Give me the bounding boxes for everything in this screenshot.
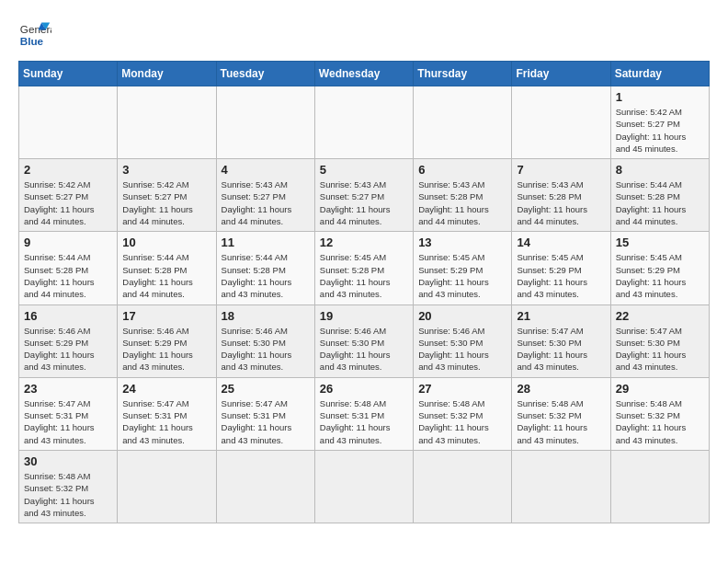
calendar-cell: 29Sunrise: 5:48 AM Sunset: 5:32 PM Dayli…: [610, 377, 709, 450]
weekday-header-row: SundayMondayTuesdayWednesdayThursdayFrid…: [19, 62, 710, 86]
day-number: 15: [616, 236, 704, 249]
day-number: 10: [122, 236, 210, 249]
week-row-2: 2Sunrise: 5:42 AM Sunset: 5:27 PM Daylig…: [19, 159, 710, 232]
calendar-cell: 22Sunrise: 5:47 AM Sunset: 5:30 PM Dayli…: [610, 304, 709, 377]
day-number: 24: [122, 382, 210, 396]
day-info: Sunrise: 5:44 AM Sunset: 5:28 PM Dayligh…: [222, 251, 310, 300]
day-info: Sunrise: 5:48 AM Sunset: 5:31 PM Dayligh…: [320, 397, 408, 446]
day-number: 12: [320, 236, 408, 249]
day-info: Sunrise: 5:43 AM Sunset: 5:28 PM Dayligh…: [418, 178, 506, 227]
day-number: 19: [320, 309, 408, 323]
week-row-6: 30Sunrise: 5:48 AM Sunset: 5:32 PM Dayli…: [19, 450, 710, 523]
weekday-header-thursday: Thursday: [414, 62, 512, 86]
calendar-cell: [216, 450, 314, 523]
logo: General Blue: [18, 18, 51, 52]
calendar-cell: 26Sunrise: 5:48 AM Sunset: 5:31 PM Dayli…: [314, 377, 413, 450]
day-info: Sunrise: 5:46 AM Sunset: 5:30 PM Dayligh…: [320, 325, 408, 373]
calendar-cell: 25Sunrise: 5:47 AM Sunset: 5:31 PM Dayli…: [216, 377, 314, 450]
calendar-cell: [314, 450, 413, 523]
day-info: Sunrise: 5:48 AM Sunset: 5:32 PM Dayligh…: [616, 397, 704, 446]
day-info: Sunrise: 5:47 AM Sunset: 5:31 PM Dayligh…: [122, 397, 210, 446]
calendar-cell: 21Sunrise: 5:47 AM Sunset: 5:30 PM Dayli…: [512, 304, 610, 377]
calendar-cell: 18Sunrise: 5:46 AM Sunset: 5:30 PM Dayli…: [216, 304, 314, 377]
calendar-cell: 7Sunrise: 5:43 AM Sunset: 5:28 PM Daylig…: [512, 159, 610, 232]
calendar-cell: [414, 86, 512, 159]
day-number: 21: [517, 309, 605, 323]
week-row-3: 9Sunrise: 5:44 AM Sunset: 5:28 PM Daylig…: [19, 232, 710, 304]
day-info: Sunrise: 5:46 AM Sunset: 5:30 PM Dayligh…: [222, 325, 310, 373]
calendar-cell: [512, 86, 610, 159]
day-number: 20: [418, 309, 506, 323]
day-number: 8: [616, 163, 704, 177]
day-number: 3: [122, 163, 210, 177]
day-number: 23: [24, 382, 112, 396]
day-number: 17: [122, 309, 210, 323]
day-number: 1: [616, 90, 704, 104]
day-info: Sunrise: 5:47 AM Sunset: 5:30 PM Dayligh…: [517, 325, 605, 373]
calendar-cell: 4Sunrise: 5:43 AM Sunset: 5:27 PM Daylig…: [216, 159, 314, 232]
day-number: 14: [517, 236, 605, 249]
calendar-cell: 23Sunrise: 5:47 AM Sunset: 5:31 PM Dayli…: [19, 377, 118, 450]
calendar-cell: 14Sunrise: 5:45 AM Sunset: 5:29 PM Dayli…: [512, 232, 610, 304]
day-number: 2: [24, 163, 112, 177]
logo-icon: General Blue: [18, 18, 51, 52]
week-row-1: 1Sunrise: 5:42 AM Sunset: 5:27 PM Daylig…: [19, 86, 710, 159]
calendar-cell: [610, 450, 709, 523]
calendar-cell: 6Sunrise: 5:43 AM Sunset: 5:28 PM Daylig…: [414, 159, 512, 232]
day-number: 7: [517, 163, 605, 177]
calendar-cell: 9Sunrise: 5:44 AM Sunset: 5:28 PM Daylig…: [19, 232, 118, 304]
day-number: 9: [24, 236, 112, 249]
calendar-cell: 12Sunrise: 5:45 AM Sunset: 5:28 PM Dayli…: [314, 232, 413, 304]
day-info: Sunrise: 5:47 AM Sunset: 5:30 PM Dayligh…: [616, 325, 704, 373]
day-number: 11: [222, 236, 310, 249]
week-row-4: 16Sunrise: 5:46 AM Sunset: 5:29 PM Dayli…: [19, 304, 710, 377]
day-info: Sunrise: 5:42 AM Sunset: 5:27 PM Dayligh…: [24, 178, 112, 227]
calendar-cell: 8Sunrise: 5:44 AM Sunset: 5:28 PM Daylig…: [610, 159, 709, 232]
calendar-cell: 10Sunrise: 5:44 AM Sunset: 5:28 PM Dayli…: [118, 232, 216, 304]
calendar-cell: [512, 450, 610, 523]
calendar-cell: [216, 86, 314, 159]
day-info: Sunrise: 5:47 AM Sunset: 5:31 PM Dayligh…: [24, 397, 112, 446]
day-info: Sunrise: 5:48 AM Sunset: 5:32 PM Dayligh…: [517, 397, 605, 446]
weekday-header-sunday: Sunday: [19, 62, 118, 86]
day-number: 6: [418, 163, 506, 177]
calendar-cell: [414, 450, 512, 523]
header: General Blue: [18, 18, 710, 52]
day-number: 5: [320, 163, 408, 177]
day-info: Sunrise: 5:44 AM Sunset: 5:28 PM Dayligh…: [24, 251, 112, 300]
day-info: Sunrise: 5:43 AM Sunset: 5:28 PM Dayligh…: [517, 178, 605, 227]
weekday-header-friday: Friday: [512, 62, 610, 86]
calendar-cell: 11Sunrise: 5:44 AM Sunset: 5:28 PM Dayli…: [216, 232, 314, 304]
day-info: Sunrise: 5:44 AM Sunset: 5:28 PM Dayligh…: [616, 178, 704, 227]
calendar-cell: 5Sunrise: 5:43 AM Sunset: 5:27 PM Daylig…: [314, 159, 413, 232]
day-info: Sunrise: 5:46 AM Sunset: 5:30 PM Dayligh…: [418, 325, 506, 373]
day-number: 30: [24, 454, 112, 468]
calendar-cell: [314, 86, 413, 159]
calendar-cell: [118, 86, 216, 159]
weekday-header-wednesday: Wednesday: [314, 62, 413, 86]
calendar-body: 1Sunrise: 5:42 AM Sunset: 5:27 PM Daylig…: [19, 86, 710, 523]
day-number: 25: [222, 382, 310, 396]
day-number: 18: [222, 309, 310, 323]
calendar-cell: 28Sunrise: 5:48 AM Sunset: 5:32 PM Dayli…: [512, 377, 610, 450]
day-number: 27: [418, 382, 506, 396]
calendar-cell: 16Sunrise: 5:46 AM Sunset: 5:29 PM Dayli…: [19, 304, 118, 377]
day-number: 16: [24, 309, 112, 323]
week-row-5: 23Sunrise: 5:47 AM Sunset: 5:31 PM Dayli…: [19, 377, 710, 450]
day-info: Sunrise: 5:43 AM Sunset: 5:27 PM Dayligh…: [320, 178, 408, 227]
day-info: Sunrise: 5:45 AM Sunset: 5:29 PM Dayligh…: [517, 251, 605, 300]
day-info: Sunrise: 5:46 AM Sunset: 5:29 PM Dayligh…: [24, 325, 112, 373]
day-number: 29: [616, 382, 704, 396]
day-info: Sunrise: 5:48 AM Sunset: 5:32 PM Dayligh…: [24, 470, 112, 519]
weekday-header-saturday: Saturday: [610, 62, 709, 86]
day-info: Sunrise: 5:45 AM Sunset: 5:29 PM Dayligh…: [418, 251, 506, 300]
svg-text:Blue: Blue: [20, 35, 44, 47]
calendar-cell: 1Sunrise: 5:42 AM Sunset: 5:27 PM Daylig…: [610, 86, 709, 159]
day-info: Sunrise: 5:42 AM Sunset: 5:27 PM Dayligh…: [122, 178, 210, 227]
calendar-cell: 20Sunrise: 5:46 AM Sunset: 5:30 PM Dayli…: [414, 304, 512, 377]
day-info: Sunrise: 5:46 AM Sunset: 5:29 PM Dayligh…: [122, 325, 210, 373]
day-number: 28: [517, 382, 605, 396]
calendar-cell: [118, 450, 216, 523]
calendar-cell: 15Sunrise: 5:45 AM Sunset: 5:29 PM Dayli…: [610, 232, 709, 304]
calendar-cell: 17Sunrise: 5:46 AM Sunset: 5:29 PM Dayli…: [118, 304, 216, 377]
